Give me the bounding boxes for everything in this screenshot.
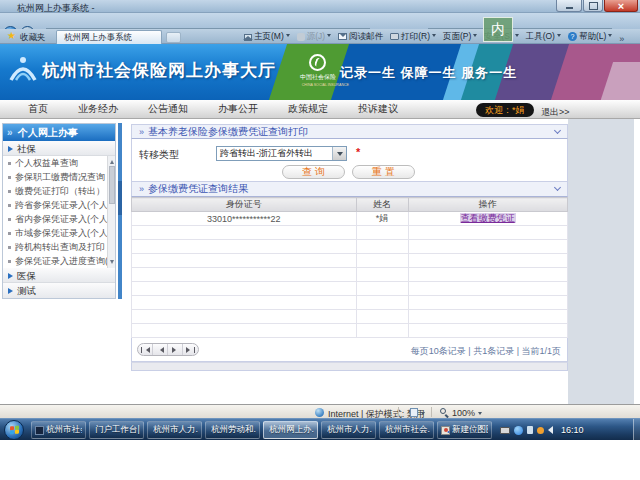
sidebar-item-rights-query[interactable]: 个人权益单查询 (3, 156, 115, 170)
view-certificate-link[interactable]: 查看缴费凭证 (460, 213, 516, 223)
scroll-thumb[interactable] (109, 166, 115, 204)
overflow-chevron-icon[interactable] (619, 28, 624, 46)
menu-read-mail[interactable]: 阅读邮件 (338, 31, 383, 43)
sidebar-item-city-entry[interactable]: 市域参保凭证录入(个人) (3, 226, 115, 240)
tray-volume-icon[interactable] (548, 426, 553, 434)
command-menu: 主页(M) 源(J) 阅读邮件 打印(R) 页面(P) 安全(S) 工具(O) … (244, 29, 624, 44)
sidebar-item-agency-transfer-print[interactable]: 跨机构转出查询及打印（养... (3, 240, 115, 254)
tray-app-icon[interactable] (537, 427, 544, 434)
table-row: 33010***********22 *娟 查看缴费凭证 (132, 212, 568, 226)
tray-misc-icon[interactable] (527, 426, 533, 434)
query-form: 转移类型 跨省转出-浙江省外转出 * 查询 重置 (131, 139, 568, 182)
tray-messenger-icon[interactable] (514, 426, 523, 435)
nav-policies[interactable]: 政策规定 (288, 102, 328, 116)
scroll-down-icon[interactable] (110, 260, 114, 266)
welcome-badge: 欢迎：*娟 (476, 103, 534, 117)
tab-title: 杭州网上办事系统 (64, 32, 132, 44)
sidebar-item-cert-print[interactable]: 缴费凭证打印（转出） (3, 184, 115, 198)
favorites-star-icon[interactable]: ★ (7, 30, 16, 42)
collapse-chevron-icon-2[interactable] (554, 184, 561, 191)
sidebar-item-cross-province-entry[interactable]: 跨省参保凭证录入(个人) (3, 198, 115, 212)
table-row-empty (132, 282, 568, 296)
status-page-icon[interactable] (410, 408, 418, 417)
next-page-button[interactable] (168, 344, 183, 355)
select-dropdown-icon[interactable] (332, 147, 346, 160)
prev-page-button[interactable] (153, 344, 168, 355)
page-body: 个人网上办事 社保 个人权益单查询 参保职工缴费情况查询 缴费凭证打印（转出） … (0, 119, 640, 404)
scroll-up-icon[interactable] (110, 158, 114, 164)
collapse-chevron-icon[interactable] (554, 126, 561, 133)
zoom-level[interactable]: 100% (452, 408, 475, 418)
minimize-button[interactable] (556, 0, 582, 12)
close-button[interactable] (604, 0, 638, 12)
sidebar-header[interactable]: 个人网上办事 (3, 124, 115, 141)
status-separator (398, 407, 399, 417)
taskbar-clock[interactable]: 16:10 (561, 425, 584, 435)
menu-print[interactable]: 打印(R) (390, 31, 436, 43)
main-content: 基本养老保险参保缴费凭证查询打印 转移类型 跨省转出-浙江省外转出 * 查询 重… (131, 124, 568, 371)
tray-printer-icon[interactable] (500, 427, 510, 434)
new-tab-button[interactable] (166, 32, 181, 43)
help-icon (568, 32, 577, 41)
maximize-button[interactable] (583, 0, 603, 12)
menu-help[interactable]: 帮助(L) (568, 31, 612, 43)
required-asterisk: * (356, 146, 360, 158)
transfer-type-select[interactable]: 跨省转出-浙江省外转出 (216, 146, 347, 161)
taskbar-button-wsbs-active[interactable]: 杭州网上办... (263, 421, 318, 439)
sidebar-item-entry-progress[interactable]: 参保凭证录入进度查询(个... (3, 254, 115, 268)
reset-button[interactable]: 重置 (352, 165, 415, 179)
feed-icon (297, 33, 305, 41)
splitter-handle[interactable] (118, 181, 122, 215)
last-page-button[interactable] (183, 344, 198, 355)
transfer-type-value: 跨省转出-浙江省外转出 (217, 147, 332, 160)
sidebar-section-yibao[interactable]: 医保 (3, 268, 115, 283)
sidebar-item-payment-status[interactable]: 参保职工缴费情况查询 (3, 170, 115, 184)
taskbar-button-shebao[interactable]: 杭州市社会... (379, 421, 434, 439)
status-caret-icon[interactable] (421, 412, 425, 417)
nav-public-affairs[interactable]: 办事公开 (218, 102, 258, 116)
zoom-caret-icon[interactable] (478, 412, 482, 417)
taskbar-button-labor[interactable]: 杭州劳动和... (205, 421, 260, 439)
start-button[interactable] (4, 420, 24, 440)
sidebar-item-in-province-entry[interactable]: 省内参保凭证录入(个人) (3, 212, 115, 226)
transfer-type-label: 转移类型 (139, 148, 179, 162)
taskbar-button-paint[interactable]: 新建位图图... (437, 421, 492, 439)
section-header-query-print: 基本养老保险参保缴费凭证查询打印 (131, 124, 568, 139)
show-desktop-button[interactable] (633, 419, 640, 441)
taskbar-button-app[interactable]: 杭州市社会... (31, 421, 86, 439)
pager-buttons (137, 343, 199, 356)
home-icon (244, 34, 252, 41)
menu-page[interactable]: 页面(P) (443, 31, 477, 43)
logout-link[interactable]: 退出>> (541, 106, 570, 119)
sidebar: 个人网上办事 社保 个人权益单查询 参保职工缴费情况查询 缴费凭证打印（转出） … (2, 123, 116, 299)
status-separator (431, 407, 432, 417)
table-row-empty (132, 324, 568, 338)
zoom-magnifier-icon[interactable] (440, 408, 446, 414)
site-title: 杭州市社会保险网上办事大厅 (42, 59, 276, 82)
nav-feedback[interactable]: 投诉建议 (358, 102, 398, 116)
site-logo-icon (8, 54, 38, 88)
favorites-label[interactable]: 收藏夹 (20, 32, 46, 44)
nav-business[interactable]: 业务经办 (78, 102, 118, 116)
right-gray-area (568, 119, 634, 404)
first-page-button[interactable] (138, 344, 153, 355)
menu-tools[interactable]: 工具(O) (526, 31, 561, 43)
sidebar-section-shebao[interactable]: 社保 (3, 141, 115, 156)
browser-tab[interactable]: 杭州网上办事系统 (56, 30, 162, 44)
table-row-empty (132, 310, 568, 324)
menu-home[interactable]: 主页(M) (244, 31, 290, 43)
taskbar-button-portal[interactable]: 门户工作台|... (89, 421, 144, 439)
menu-feeds[interactable]: 源(J) (297, 31, 331, 43)
taskbar-button-hrss1[interactable]: 杭州市人力... (147, 421, 202, 439)
sidebar-splitter[interactable] (118, 123, 122, 299)
query-button[interactable]: 查询 (282, 165, 345, 179)
system-tray: 16:10 (500, 419, 584, 441)
nav-announcements[interactable]: 公告通知 (148, 102, 188, 116)
sidebar-scrollbar[interactable] (107, 156, 115, 268)
nav-home[interactable]: 首页 (28, 102, 48, 116)
sidebar-section-test[interactable]: 测试 (3, 283, 115, 298)
status-bar: Internet | 保护模式: 禁用 100% (0, 404, 640, 418)
col-action: 操作 (408, 198, 567, 212)
pagination-bar: 每页10条记录 | 共1条记录 | 当前1/1页 (131, 338, 568, 362)
taskbar-button-hrss2[interactable]: 杭州市人力... (321, 421, 376, 439)
